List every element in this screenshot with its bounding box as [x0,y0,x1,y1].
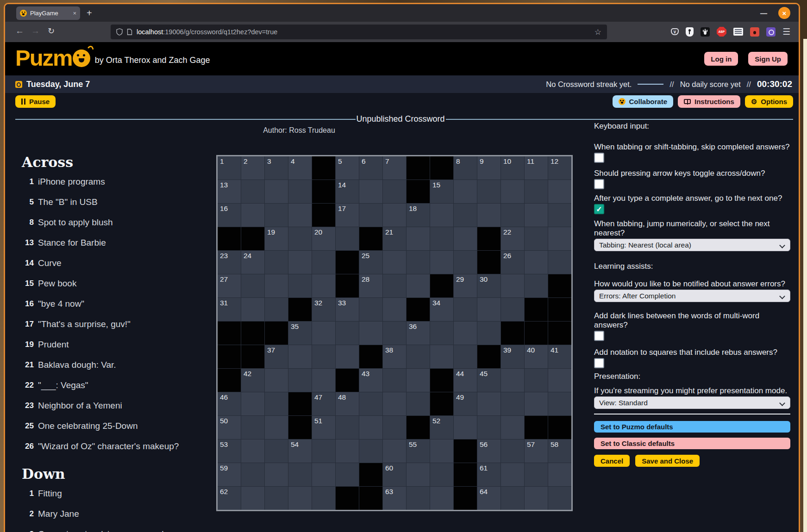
grid-cell[interactable]: 33 [336,298,359,321]
save-and-close-button[interactable]: Save and Close [635,455,700,467]
set-classic-defaults-button[interactable]: Set to Classic defaults [594,438,790,449]
clue-item[interactable]: 14Curve [22,258,214,278]
grid-cell[interactable]: 3 [265,156,288,179]
grid-cell[interactable] [454,180,477,203]
grid-cell[interactable] [525,227,548,250]
grid-cell[interactable]: 2 [241,156,264,179]
login-button[interactable]: Log in [704,52,738,66]
grid-cell[interactable] [548,369,571,392]
grid-cell[interactable] [525,487,548,510]
grid-cell[interactable]: 44 [454,369,477,392]
grid-cell[interactable] [477,204,500,227]
adblock-icon[interactable]: ABP [717,27,726,37]
grid-cell[interactable] [359,180,382,203]
grid-cell[interactable] [525,204,548,227]
grid-cell[interactable] [501,298,524,321]
grid-cell[interactable] [241,274,264,297]
grid-cell[interactable] [454,416,477,439]
grid-cell[interactable] [265,416,288,439]
checkbox-rebus-notation[interactable] [594,358,604,368]
grid-cell[interactable] [430,345,453,368]
password-shield-icon[interactable] [686,27,694,37]
grid-cell[interactable] [501,274,524,297]
grid-cell[interactable]: 39 [501,345,524,368]
signup-button[interactable]: Sign Up [748,52,788,66]
grid-cell[interactable] [359,298,382,321]
checkbox-skip-completed[interactable] [594,153,604,163]
grid-cell[interactable] [241,416,264,439]
grid-cell[interactable]: 16 [218,204,241,227]
grid-cell[interactable]: 14 [336,180,359,203]
grid-cell[interactable] [407,392,430,415]
grid-cell[interactable] [501,439,524,463]
grid-cell[interactable] [241,204,264,227]
collaborate-button[interactable]: Collaborate [613,95,674,108]
grid-cell[interactable] [501,392,524,415]
grid-cell[interactable]: 11 [525,156,548,179]
grid-cell[interactable] [548,204,571,227]
instructions-button[interactable]: Instructions [678,95,740,108]
grid-cell[interactable] [477,392,500,415]
grid-cell[interactable] [477,416,500,439]
grid-cell[interactable]: 31 [218,298,241,321]
grid-cell[interactable]: 8 [454,156,477,179]
grid-cell[interactable] [359,416,382,439]
grid-cell[interactable] [501,487,524,510]
grid-cell[interactable] [265,439,288,463]
clue-item[interactable]: 26"Wizard of Oz" character's makeup? [22,441,214,461]
grid-cell[interactable] [501,416,524,439]
window-close-button[interactable]: × [778,7,790,19]
grid-cell[interactable] [241,298,264,321]
clue-item[interactable]: 5The "B" in USB [22,197,214,217]
clue-item[interactable]: 17"That's a surprise, guv!" [22,319,214,339]
grid-cell[interactable]: 38 [383,345,406,368]
grid-cell[interactable]: 62 [218,487,241,510]
grid-cell[interactable]: 4 [288,156,312,179]
grid-cell[interactable]: 32 [312,298,335,321]
menu-icon[interactable]: ☰ [782,26,790,37]
grid-cell[interactable]: 21 [383,227,406,250]
grid-cell[interactable]: 47 [312,392,335,415]
grid-cell[interactable] [525,180,548,203]
clue-item[interactable]: 1Fitting [22,488,214,508]
grid-cell[interactable] [430,439,453,463]
grid-cell[interactable]: 7 [383,156,406,179]
grid-cell[interactable] [265,298,288,321]
back-icon[interactable]: ← [15,26,24,36]
grid-cell[interactable]: 35 [288,322,312,345]
grid-cell[interactable]: 29 [454,274,477,297]
grid-cell[interactable]: 49 [454,392,477,415]
bookmark-star-icon[interactable]: ☆ [594,27,601,37]
view-mode-select[interactable]: View: Standard [594,396,790,409]
grid-cell[interactable] [430,204,453,227]
grid-cell[interactable] [288,369,312,392]
grid-cell[interactable] [477,180,500,203]
grid-cell[interactable] [265,463,288,486]
checkbox-goto-next[interactable]: ✓ [594,204,604,214]
window-minimize-button[interactable]: — [760,9,767,17]
grid-cell[interactable] [288,180,312,203]
grid-cell[interactable]: 13 [218,180,241,203]
page-info-icon[interactable] [127,29,132,35]
grid-cell[interactable] [383,251,406,274]
grid-cell[interactable]: 46 [218,392,241,415]
newspaper-icon[interactable] [733,28,743,36]
grid-cell[interactable] [383,392,406,415]
grid-cell[interactable] [407,274,430,297]
tab-close-icon[interactable]: × [73,10,76,17]
grid-cell[interactable] [383,416,406,439]
grid-cell[interactable]: 53 [218,439,241,463]
grid-cell[interactable] [501,180,524,203]
grid-cell[interactable]: 41 [548,345,571,368]
checkbox-arrow-toggle[interactable] [594,179,604,189]
grid-cell[interactable] [525,392,548,415]
tracking-shield-icon[interactable] [116,28,123,36]
grid-cell[interactable] [430,487,453,510]
grid-cell[interactable] [430,251,453,274]
grid-cell[interactable] [336,416,359,439]
grid-cell[interactable] [265,204,288,227]
grid-cell[interactable]: 60 [383,463,406,486]
grid-cell[interactable]: 58 [548,439,571,463]
grid-cell[interactable] [288,227,312,250]
grid-cell[interactable]: 50 [218,416,241,439]
